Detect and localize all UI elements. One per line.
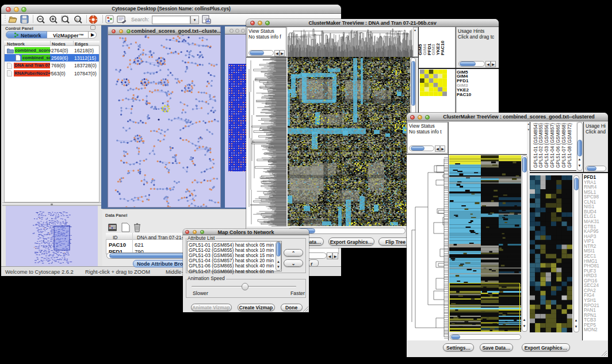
svg-text:GPL51-08 (GSM872): GPL51-08 (GSM872) [567,122,572,168]
svg-text:GPL51-06 (GSM865): GPL51-06 (GSM865) [555,122,561,168]
svg-text:GPL51-07 (GSM868): GPL51-07 (GSM868) [561,122,567,168]
svg-text:PAC10: PAC10 [440,40,445,55]
svg-text:GPL51-03 (GSM856): GPL51-03 (GSM856) [544,122,549,168]
svg-text:GPL51-02 (GSM855): GPL51-02 (GSM855) [538,122,544,168]
svg-text:1:1: 1:1 [76,18,81,21]
svg-text:GPL51-01 (GSM854): GPL51-01 (GSM854) [533,122,538,168]
svg-text:GPL51-04 (GSM857): GPL51-04 (GSM857) [549,122,555,168]
